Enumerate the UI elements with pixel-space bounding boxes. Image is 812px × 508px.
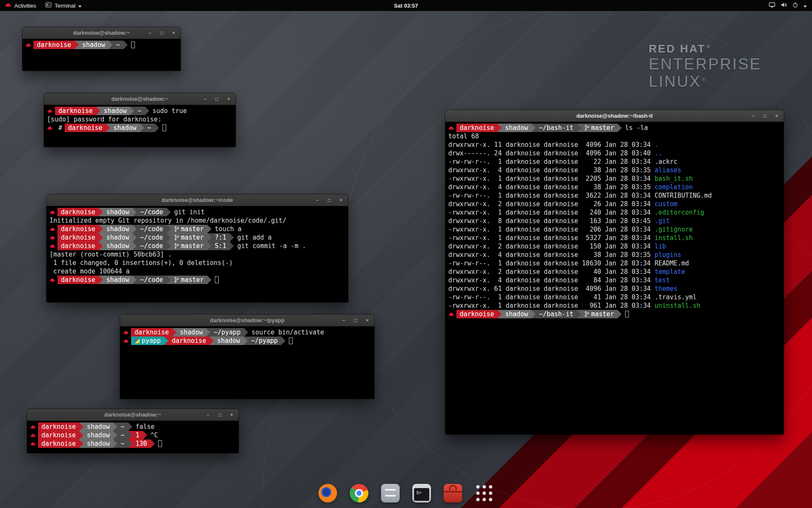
window-close-button[interactable]: × [364, 317, 370, 323]
powerline-arrow [132, 242, 137, 250]
window-title: darknoise@shadow:~ [104, 411, 161, 418]
segment-label: ~ [121, 431, 124, 439]
window-close-button[interactable]: × [338, 197, 344, 203]
window-minimize-button[interactable]: − [314, 197, 321, 203]
redhat-icon [49, 210, 55, 215]
powerline-arrow [167, 276, 171, 284]
powerline-arrow [497, 310, 502, 318]
terminal-body[interactable]: darknoiseshadow~falsedarknoiseshadow~1^C… [27, 421, 239, 453]
window-titlebar[interactable]: darknoise@shadow:~−□× [27, 409, 239, 421]
command-text: sudo true [149, 107, 189, 115]
terminal-body[interactable]: darknoiseshadow~/codegit initInitialized… [47, 206, 348, 302]
dock-item-terminal[interactable] [410, 482, 433, 505]
prompt-segment-host: shadow [103, 208, 132, 216]
window-maximize-button[interactable]: □ [214, 96, 220, 102]
dock-item-firefox[interactable] [316, 482, 339, 505]
window-titlebar[interactable]: darknoise@shadow:~/code−□× [47, 194, 348, 206]
window-close-button[interactable]: × [774, 113, 780, 119]
terminal-window-w4: darknoise@shadow:~/pyapp−□×darknoiseshad… [120, 315, 374, 399]
powerline-arrow [497, 124, 502, 132]
dock-item-app-grid[interactable] [473, 482, 496, 505]
terminal-line: drwxrwxr-x. 4 darknoise darknoise 38 Jan… [448, 183, 781, 191]
terminal-body[interactable]: darknoiseshadow~/pyappsource bin/activat… [120, 326, 374, 399]
powerline-arrow [99, 208, 103, 216]
window-close-button[interactable]: × [225, 96, 232, 102]
system-status-area[interactable] [764, 0, 812, 11]
dock-item-toolbox[interactable] [442, 482, 464, 505]
terminal-line: drwx------. 24 darknoise darknoise 4096 … [448, 149, 781, 157]
terminal-cursor [131, 41, 135, 48]
segment-label: shadow [113, 124, 136, 132]
window-minimize-button[interactable]: − [340, 317, 347, 323]
file-name: plugins [655, 251, 681, 259]
window-close-button[interactable]: × [228, 411, 235, 418]
prompt-segment-host: shadow [110, 124, 140, 132]
segment-label: darknoise [61, 234, 95, 241]
terminal-line: darknoiseshadow~130 [30, 439, 236, 448]
prompt-segment-user: darknoise [38, 431, 79, 439]
window-controls: −□× [205, 409, 235, 420]
window-minimize-button[interactable]: − [202, 96, 208, 102]
ls-columns: drwxrwxr-x. 61 darknoise darknoise 4096 … [448, 285, 655, 293]
window-maximize-button[interactable]: □ [352, 317, 359, 323]
terminal-body[interactable]: darknoiseshadow~ [22, 39, 181, 71]
dock-item-chrome[interactable] [348, 482, 370, 505]
segment-label: ~/pyapp [251, 337, 278, 345]
app-menu-terminal[interactable]: Terminal [41, 0, 86, 11]
powerline-arrow [164, 337, 168, 345]
dock-item-files[interactable] [379, 482, 402, 505]
prompt-segment-user: darknoise [38, 439, 79, 448]
segment-label: darknoise [41, 423, 76, 431]
prompt-segment-host: shadow [103, 276, 132, 284]
prompt-segment-host: shadow [83, 431, 113, 439]
segment-label: pyapp [142, 337, 161, 345]
window-maximize-button[interactable]: □ [217, 411, 223, 418]
window-maximize-button[interactable]: □ [762, 113, 768, 119]
segment-label: shadow [87, 431, 110, 439]
window-close-button[interactable]: × [170, 30, 177, 36]
prompt-segment-path: ~ [112, 41, 123, 49]
window-titlebar[interactable]: darknoise@shadow:~/bash-it−□× [445, 110, 784, 122]
command-text: ^C [147, 431, 161, 439]
window-minimize-button[interactable]: − [750, 113, 756, 119]
ls-columns: drwxrwxr-x. 11 darknoise darknoise 4096 … [448, 141, 655, 149]
file-name: . [655, 141, 658, 149]
ls-columns: -rw-rw-r--. 1 darknoise darknoise 22 Jan… [448, 158, 655, 166]
window-minimize-button[interactable]: − [147, 30, 153, 36]
window-minimize-button[interactable]: − [205, 411, 211, 418]
terminal-window-w1: darknoise@shadow:~−□×darknoiseshadow~ [22, 27, 181, 71]
prompt-segment-host: shadow [83, 439, 113, 448]
python-icon [134, 338, 140, 343]
terminal-line: darknoiseshadow~false [30, 422, 236, 431]
powerline-arrow [531, 310, 535, 318]
activities-button[interactable]: Activities [0, 0, 41, 11]
terminal-line: darknoiseshadow~/codemaster [49, 276, 345, 284]
prompt-segment-host: shadow [79, 41, 108, 49]
terminal-body[interactable]: darknoiseshadow~/bash-itmasterls -latota… [445, 122, 784, 434]
ls-columns: -rwxrwxr-x. 1 darknoise darknoise 2205 J… [448, 175, 655, 182]
window-titlebar[interactable]: darknoise@shadow:~−□× [22, 27, 181, 39]
window-titlebar[interactable]: darknoise@shadow:~−□× [44, 93, 236, 105]
file-name: .. [655, 149, 662, 157]
segment-label: master [591, 124, 614, 132]
prompt-segment-host: shadow [502, 310, 531, 318]
segment-label: ~/bash-it [539, 310, 573, 318]
window-titlebar[interactable]: darknoise@shadow:~/pyapp−□× [120, 315, 374, 326]
powerline-arrow [167, 242, 171, 250]
segment-label: shadow [106, 242, 129, 250]
ls-columns: -rwxrwxr-x. 1 darknoise darknoise 961 Ja… [448, 302, 655, 309]
powerline-arrow [151, 439, 155, 448]
segment-label: master [591, 310, 614, 318]
window-maximize-button[interactable]: □ [326, 197, 332, 203]
terminal-body[interactable]: darknoiseshadow~sudo true[sudo] password… [44, 105, 236, 147]
redhat-icon [30, 433, 36, 438]
terminal-line: drwxrwxr-x. 8 darknoise darknoise 163 Ja… [448, 217, 781, 225]
clock[interactable]: Sat 03:57 [394, 0, 418, 11]
window-maximize-button[interactable]: □ [159, 30, 165, 36]
ls-columns: drwxrwxr-x. 4 darknoise darknoise 38 Jan… [448, 251, 655, 259]
file-name: README.md [655, 260, 689, 267]
prompt-segment-host: shadow [83, 422, 113, 431]
chrome-icon [350, 484, 368, 502]
output-text: 1 file changed, 0 insertions(+), 0 delet… [49, 259, 233, 267]
app-grid-icon [475, 484, 494, 502]
